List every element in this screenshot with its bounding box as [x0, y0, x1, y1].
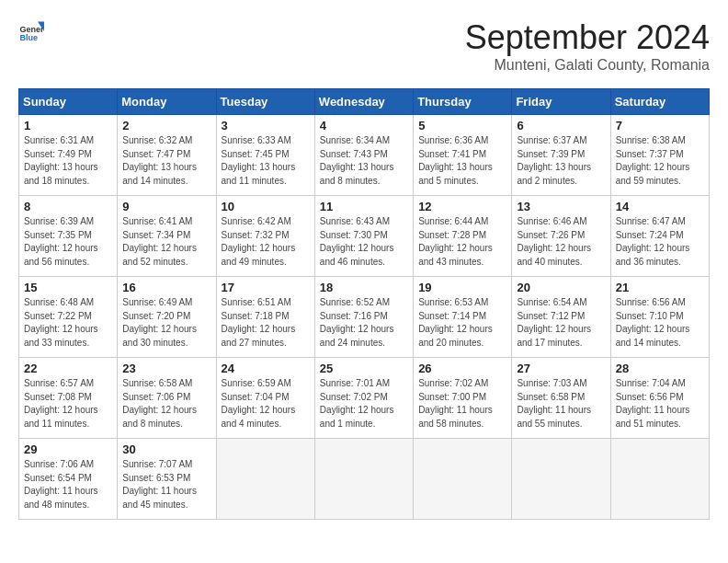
col-header-friday: Friday [512, 89, 610, 115]
month-title: September 2024 [465, 18, 710, 57]
calendar-cell [414, 439, 512, 520]
calendar-cell: 28Sunrise: 7:04 AMSunset: 6:56 PMDayligh… [610, 358, 709, 439]
day-number: 27 [517, 362, 605, 375]
day-number: 4 [320, 119, 408, 132]
day-info: Sunrise: 6:48 AMSunset: 7:22 PMDaylight:… [24, 296, 112, 350]
day-info: Sunrise: 6:32 AMSunset: 7:47 PMDaylight:… [122, 134, 210, 188]
calendar-cell: 22Sunrise: 6:57 AMSunset: 7:08 PMDayligh… [19, 358, 118, 439]
day-info: Sunrise: 6:56 AMSunset: 7:10 PMDaylight:… [616, 296, 704, 350]
day-info: Sunrise: 7:06 AMSunset: 6:54 PMDaylight:… [24, 458, 112, 511]
calendar-cell: 20Sunrise: 6:54 AMSunset: 7:12 PMDayligh… [512, 277, 610, 358]
calendar-week-4: 22Sunrise: 6:57 AMSunset: 7:08 PMDayligh… [19, 358, 710, 439]
calendar-cell: 16Sunrise: 6:49 AMSunset: 7:20 PMDayligh… [118, 277, 216, 358]
calendar-cell: 7Sunrise: 6:38 AMSunset: 7:37 PMDaylight… [610, 115, 709, 196]
title-block: September 2024 Munteni, Galati County, R… [465, 18, 710, 74]
day-info: Sunrise: 6:36 AMSunset: 7:41 PMDaylight:… [418, 134, 506, 188]
calendar-cell: 11Sunrise: 6:43 AMSunset: 7:30 PMDayligh… [314, 196, 413, 277]
day-info: Sunrise: 7:01 AMSunset: 7:02 PMDaylight:… [320, 377, 408, 431]
day-number: 3 [222, 119, 310, 132]
logo: General Blue [18, 18, 44, 44]
day-number: 6 [517, 119, 605, 132]
day-info: Sunrise: 7:04 AMSunset: 6:56 PMDaylight:… [616, 377, 704, 431]
calendar-cell [314, 439, 413, 520]
calendar-cell: 17Sunrise: 6:51 AMSunset: 7:18 PMDayligh… [216, 277, 314, 358]
day-info: Sunrise: 6:41 AMSunset: 7:34 PMDaylight:… [122, 215, 210, 269]
day-info: Sunrise: 6:53 AMSunset: 7:14 PMDaylight:… [418, 296, 506, 350]
day-number: 2 [122, 119, 210, 132]
calendar-week-1: 1Sunrise: 6:31 AMSunset: 7:49 PMDaylight… [19, 115, 710, 196]
day-info: Sunrise: 6:43 AMSunset: 7:30 PMDaylight:… [320, 215, 408, 269]
day-number: 25 [320, 362, 408, 375]
col-header-saturday: Saturday [610, 89, 709, 115]
day-info: Sunrise: 6:49 AMSunset: 7:20 PMDaylight:… [122, 296, 210, 350]
calendar-table: SundayMondayTuesdayWednesdayThursdayFrid… [18, 88, 710, 520]
day-info: Sunrise: 6:42 AMSunset: 7:32 PMDaylight:… [222, 215, 310, 269]
calendar-cell: 29Sunrise: 7:06 AMSunset: 6:54 PMDayligh… [19, 439, 118, 520]
day-info: Sunrise: 6:51 AMSunset: 7:18 PMDaylight:… [222, 296, 310, 350]
day-info: Sunrise: 6:31 AMSunset: 7:49 PMDaylight:… [24, 134, 112, 188]
day-number: 21 [616, 281, 704, 294]
day-number: 5 [418, 119, 506, 132]
day-info: Sunrise: 6:37 AMSunset: 7:39 PMDaylight:… [517, 134, 605, 188]
svg-text:Blue: Blue [19, 33, 38, 42]
day-info: Sunrise: 7:07 AMSunset: 6:53 PMDaylight:… [122, 458, 210, 511]
day-number: 16 [122, 281, 210, 294]
calendar-header-row: SundayMondayTuesdayWednesdayThursdayFrid… [19, 89, 710, 115]
calendar-cell: 23Sunrise: 6:58 AMSunset: 7:06 PMDayligh… [118, 358, 216, 439]
calendar-cell: 2Sunrise: 6:32 AMSunset: 7:47 PMDaylight… [118, 115, 216, 196]
col-header-tuesday: Tuesday [216, 89, 314, 115]
calendar-cell: 15Sunrise: 6:48 AMSunset: 7:22 PMDayligh… [19, 277, 118, 358]
day-number: 20 [517, 281, 605, 294]
day-info: Sunrise: 6:47 AMSunset: 7:24 PMDaylight:… [616, 215, 704, 269]
calendar-cell [512, 439, 610, 520]
calendar-cell: 27Sunrise: 7:03 AMSunset: 6:58 PMDayligh… [512, 358, 610, 439]
calendar-cell: 25Sunrise: 7:01 AMSunset: 7:02 PMDayligh… [314, 358, 413, 439]
calendar-body: 1Sunrise: 6:31 AMSunset: 7:49 PMDaylight… [19, 115, 710, 520]
calendar-week-2: 8Sunrise: 6:39 AMSunset: 7:35 PMDaylight… [19, 196, 710, 277]
day-number: 14 [616, 200, 704, 213]
day-info: Sunrise: 6:52 AMSunset: 7:16 PMDaylight:… [320, 296, 408, 350]
day-info: Sunrise: 6:46 AMSunset: 7:26 PMDaylight:… [517, 215, 605, 269]
col-header-sunday: Sunday [19, 89, 118, 115]
day-info: Sunrise: 6:33 AMSunset: 7:45 PMDaylight:… [222, 134, 310, 188]
day-number: 11 [320, 200, 408, 213]
day-info: Sunrise: 6:44 AMSunset: 7:28 PMDaylight:… [418, 215, 506, 269]
day-number: 7 [616, 119, 704, 132]
calendar-cell: 13Sunrise: 6:46 AMSunset: 7:26 PMDayligh… [512, 196, 610, 277]
day-info: Sunrise: 6:34 AMSunset: 7:43 PMDaylight:… [320, 134, 408, 188]
calendar-cell: 5Sunrise: 6:36 AMSunset: 7:41 PMDaylight… [414, 115, 512, 196]
calendar-cell: 21Sunrise: 6:56 AMSunset: 7:10 PMDayligh… [610, 277, 709, 358]
calendar-cell: 12Sunrise: 6:44 AMSunset: 7:28 PMDayligh… [414, 196, 512, 277]
day-info: Sunrise: 7:03 AMSunset: 6:58 PMDaylight:… [517, 377, 605, 431]
calendar-cell: 1Sunrise: 6:31 AMSunset: 7:49 PMDaylight… [19, 115, 118, 196]
day-number: 15 [24, 281, 112, 294]
day-number: 13 [517, 200, 605, 213]
day-number: 17 [222, 281, 310, 294]
calendar-cell: 19Sunrise: 6:53 AMSunset: 7:14 PMDayligh… [414, 277, 512, 358]
day-number: 18 [320, 281, 408, 294]
calendar-cell: 9Sunrise: 6:41 AMSunset: 7:34 PMDaylight… [118, 196, 216, 277]
day-info: Sunrise: 6:58 AMSunset: 7:06 PMDaylight:… [122, 377, 210, 431]
day-number: 22 [24, 362, 112, 375]
calendar-cell: 30Sunrise: 7:07 AMSunset: 6:53 PMDayligh… [118, 439, 216, 520]
day-info: Sunrise: 6:59 AMSunset: 7:04 PMDaylight:… [222, 377, 310, 431]
calendar-cell: 18Sunrise: 6:52 AMSunset: 7:16 PMDayligh… [314, 277, 413, 358]
calendar-cell [216, 439, 314, 520]
calendar-cell: 3Sunrise: 6:33 AMSunset: 7:45 PMDaylight… [216, 115, 314, 196]
calendar-week-3: 15Sunrise: 6:48 AMSunset: 7:22 PMDayligh… [19, 277, 710, 358]
calendar-cell [610, 439, 709, 520]
day-info: Sunrise: 6:38 AMSunset: 7:37 PMDaylight:… [616, 134, 704, 188]
day-number: 1 [24, 119, 112, 132]
day-number: 8 [24, 200, 112, 213]
logo-icon: General Blue [18, 18, 44, 44]
day-number: 30 [122, 442, 210, 456]
col-header-monday: Monday [118, 89, 216, 115]
calendar-cell: 26Sunrise: 7:02 AMSunset: 7:00 PMDayligh… [414, 358, 512, 439]
calendar-cell: 6Sunrise: 6:37 AMSunset: 7:39 PMDaylight… [512, 115, 610, 196]
day-number: 28 [616, 362, 704, 375]
day-number: 23 [122, 362, 210, 375]
day-number: 12 [418, 200, 506, 213]
day-number: 19 [418, 281, 506, 294]
calendar-cell: 10Sunrise: 6:42 AMSunset: 7:32 PMDayligh… [216, 196, 314, 277]
page-header: General Blue September 2024 Munteni, Gal… [18, 18, 710, 74]
